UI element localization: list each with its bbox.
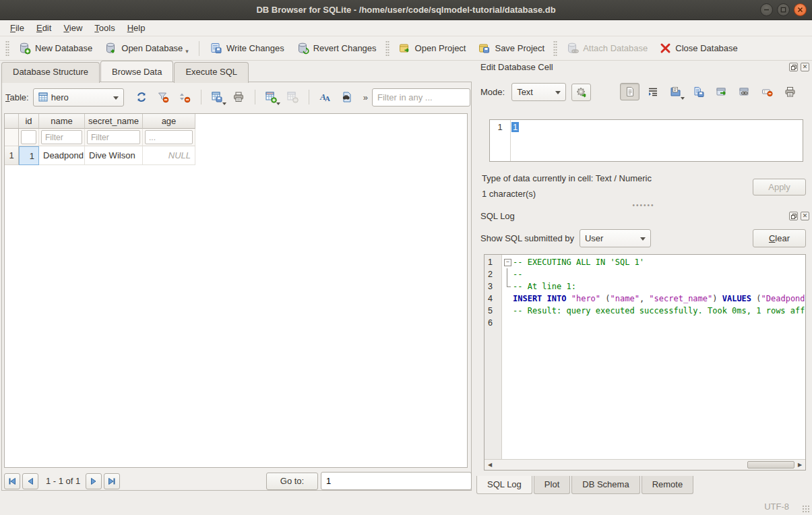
find-in-cells-icon bbox=[340, 91, 352, 103]
refresh-button[interactable] bbox=[132, 88, 152, 106]
filter-id-input[interactable] bbox=[21, 130, 36, 144]
filter-name-input[interactable] bbox=[41, 130, 82, 144]
tab-sql-log[interactable]: SQL Log bbox=[476, 476, 532, 494]
close-panel-icon[interactable]: ✕ bbox=[801, 212, 809, 220]
clear-filters-button[interactable] bbox=[154, 88, 173, 106]
fold-marker-icon bbox=[502, 268, 513, 280]
goto-input[interactable] bbox=[321, 472, 472, 490]
cell-secret-name[interactable]: Dive Wilson bbox=[85, 146, 143, 165]
next-record-button[interactable] bbox=[86, 473, 102, 489]
filter-age-input[interactable] bbox=[145, 130, 193, 144]
float-panel-icon[interactable] bbox=[789, 63, 798, 71]
new-record-icon bbox=[265, 91, 277, 103]
tab-db-schema[interactable]: DB Schema bbox=[571, 476, 639, 494]
cell-id[interactable]: 1 bbox=[19, 146, 39, 165]
menu-help[interactable]: Help bbox=[121, 21, 152, 35]
browse-data-panel: Database Structure Browse Data Execute S… bbox=[0, 61, 473, 497]
open-project-icon bbox=[398, 42, 411, 55]
cell-name[interactable]: Deadpond bbox=[39, 146, 85, 165]
sql-log-view[interactable]: 1-- EXECUTING ALL IN 'SQL 1'2--3-- At li… bbox=[484, 254, 806, 471]
resize-grip-icon[interactable] bbox=[802, 505, 810, 513]
fold-marker-icon[interactable] bbox=[502, 256, 513, 268]
set-link-button[interactable] bbox=[735, 83, 754, 100]
write-changes-button[interactable]: Write Changes bbox=[204, 39, 290, 57]
row-header[interactable]: 1 bbox=[5, 146, 19, 165]
first-record-button[interactable] bbox=[4, 473, 20, 489]
menu-edit[interactable]: Edit bbox=[30, 21, 57, 35]
menu-file[interactable]: File bbox=[4, 21, 30, 35]
tab-execute-sql[interactable]: Execute SQL bbox=[174, 62, 249, 83]
log-line: 6 bbox=[485, 317, 805, 329]
toolbar-drag-handle[interactable] bbox=[553, 40, 557, 57]
open-database-button[interactable]: Open Database ▾ bbox=[98, 39, 195, 57]
toolbar-drag-handle[interactable] bbox=[385, 40, 389, 57]
scroll-left-icon[interactable]: ◀ bbox=[485, 460, 495, 470]
delete-record-button bbox=[283, 88, 303, 106]
toolbar-drag-handle[interactable] bbox=[5, 40, 9, 57]
column-header-name[interactable]: name bbox=[39, 114, 85, 129]
tab-remote[interactable]: Remote bbox=[642, 476, 694, 494]
statusbar: UTF-8 bbox=[0, 497, 812, 515]
close-database-button[interactable]: Close Database bbox=[654, 40, 744, 57]
set-null-button[interactable] bbox=[757, 83, 777, 100]
sql-source-selector[interactable]: User bbox=[580, 229, 651, 247]
editor-line-number: 1 bbox=[490, 120, 510, 134]
save-project-button[interactable]: Save Project bbox=[472, 39, 551, 57]
menu-view[interactable]: View bbox=[57, 21, 88, 35]
scroll-right-icon[interactable]: ▶ bbox=[794, 460, 805, 470]
close-panel-icon[interactable]: ✕ bbox=[801, 63, 809, 71]
export-file-button[interactable] bbox=[689, 83, 708, 100]
open-project-button[interactable]: Open Project bbox=[392, 39, 472, 57]
close-icon[interactable] bbox=[794, 3, 807, 16]
clear-log-button[interactable]: Clear bbox=[753, 229, 806, 247]
column-header-id[interactable]: id bbox=[19, 114, 39, 129]
insert-record-button[interactable] bbox=[261, 88, 281, 106]
dock-splitter[interactable]: •••••• bbox=[475, 202, 812, 209]
mode-selector[interactable]: Text bbox=[511, 83, 566, 101]
text-mode-button[interactable] bbox=[620, 83, 639, 100]
goto-button[interactable]: Go to: bbox=[266, 473, 318, 490]
scrollbar-thumb[interactable] bbox=[747, 461, 794, 468]
svg-text:A: A bbox=[325, 94, 330, 102]
close-database-icon bbox=[660, 42, 671, 54]
tab-browse-data[interactable]: Browse Data bbox=[100, 61, 173, 82]
open-external-button[interactable] bbox=[712, 83, 731, 100]
grid-corner[interactable] bbox=[5, 114, 19, 129]
print-table-button[interactable] bbox=[229, 88, 249, 106]
import-file-icon bbox=[670, 86, 681, 98]
column-header-secret-name[interactable]: secret_name bbox=[85, 114, 143, 129]
mode-label: Mode: bbox=[480, 87, 505, 97]
auto-apply-button[interactable] bbox=[571, 84, 591, 101]
maximize-icon[interactable] bbox=[777, 3, 790, 16]
filter-any-input[interactable] bbox=[372, 88, 470, 107]
filter-secret-name-input[interactable] bbox=[87, 130, 140, 144]
cell-editor[interactable]: 1 1 bbox=[489, 119, 803, 162]
log-line: 4INSERT INTO "hero" ("name", "secret_nam… bbox=[485, 293, 805, 305]
revert-changes-button[interactable]: Revert Changes bbox=[290, 39, 383, 57]
previous-record-button[interactable] bbox=[22, 473, 38, 489]
print-cell-button[interactable] bbox=[780, 83, 800, 100]
cell-age[interactable]: NULL bbox=[143, 146, 195, 165]
last-record-button[interactable] bbox=[104, 473, 120, 489]
log-line: 2-- bbox=[485, 268, 805, 280]
tab-database-structure[interactable]: Database Structure bbox=[1, 62, 100, 83]
toolbar-overflow-chevron[interactable]: » bbox=[363, 92, 368, 102]
open-database-dropdown-icon[interactable]: ▾ bbox=[185, 48, 189, 55]
minimize-icon[interactable] bbox=[760, 3, 773, 16]
table-selector[interactable]: hero bbox=[33, 88, 124, 107]
column-header-age[interactable]: age bbox=[143, 114, 195, 129]
encoding-indicator[interactable]: UTF-8 bbox=[764, 502, 789, 512]
menu-tools[interactable]: Tools bbox=[88, 21, 121, 35]
save-table-button[interactable] bbox=[208, 88, 227, 106]
clear-sort-button[interactable] bbox=[175, 88, 195, 106]
revert-changes-icon bbox=[296, 42, 309, 55]
float-panel-icon[interactable] bbox=[789, 212, 798, 220]
word-wrap-button[interactable] bbox=[643, 83, 662, 100]
import-file-button[interactable] bbox=[666, 83, 685, 100]
font-settings-button[interactable]: AA bbox=[315, 88, 335, 106]
new-database-button[interactable]: New Database bbox=[12, 39, 98, 57]
find-in-cells-button[interactable] bbox=[337, 88, 356, 106]
tab-plot[interactable]: Plot bbox=[534, 476, 570, 494]
clear-sort-icon bbox=[179, 91, 191, 103]
horizontal-scrollbar[interactable]: ◀ ▶ bbox=[485, 459, 805, 470]
